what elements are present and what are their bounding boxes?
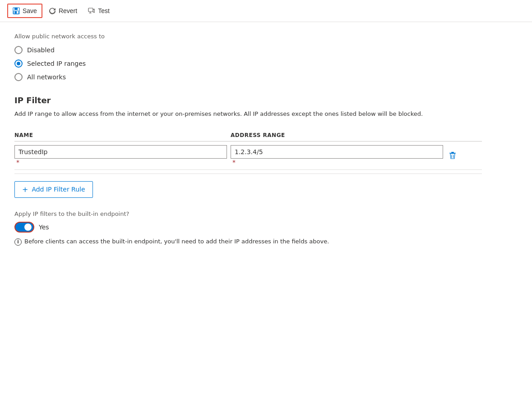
svg-rect-1 xyxy=(14,8,18,10)
radio-all-networks-label: All networks xyxy=(27,73,66,81)
trash-icon xyxy=(449,151,457,160)
svg-rect-4 xyxy=(88,8,93,12)
svg-rect-3 xyxy=(15,11,17,14)
svg-rect-6 xyxy=(449,153,456,154)
table-cell-name: * xyxy=(14,141,231,169)
radio-selected-ip[interactable] xyxy=(14,59,23,68)
plus-icon: + xyxy=(22,185,28,194)
radio-disabled-label: Disabled xyxy=(27,46,55,54)
main-content: Allow public network access to Disabled … xyxy=(0,22,496,256)
radio-selected-ip-label: Selected IP ranges xyxy=(27,60,86,67)
col-name-header: NAME xyxy=(14,129,231,142)
revert-icon xyxy=(49,7,56,14)
required-star-range: * xyxy=(232,159,236,166)
test-button[interactable]: Test xyxy=(83,5,114,17)
table-cell-range: * xyxy=(231,141,447,169)
save-button[interactable]: Save xyxy=(7,4,42,18)
table-bottom-divider xyxy=(14,174,482,174)
apply-ip-filters-toggle[interactable] xyxy=(14,222,34,233)
radio-item-all-networks[interactable]: All networks xyxy=(14,73,482,81)
ip-filter-title: IP Filter xyxy=(14,96,482,105)
radio-disabled[interactable] xyxy=(14,46,23,54)
table-cell-action xyxy=(447,141,482,169)
toggle-row: Yes xyxy=(14,222,482,233)
filter-table: NAME ADDRESS RANGE * * xyxy=(14,129,482,170)
save-icon xyxy=(13,7,20,14)
network-access-label: Allow public network access to xyxy=(14,33,482,40)
test-label: Test xyxy=(98,7,110,14)
save-label: Save xyxy=(23,7,37,14)
add-rule-label: Add IP Filter Rule xyxy=(32,186,85,193)
revert-label: Revert xyxy=(59,7,77,14)
test-icon xyxy=(88,7,95,14)
info-note-text: Before clients can access the built-in e… xyxy=(24,238,329,245)
add-ip-filter-rule-button[interactable]: + Add IP Filter Rule xyxy=(14,181,93,198)
info-icon: i xyxy=(14,238,22,246)
radio-item-disabled[interactable]: Disabled xyxy=(14,46,482,54)
radio-item-selected-ip[interactable]: Selected IP ranges xyxy=(14,59,482,68)
toggle-thumb xyxy=(24,224,32,231)
apply-ip-filters-label: Apply IP filters to the built-in endpoin… xyxy=(14,210,482,217)
svg-rect-5 xyxy=(451,152,454,153)
info-note: i Before clients can access the built-in… xyxy=(14,238,482,246)
table-row: * * xyxy=(14,141,482,169)
col-action-header xyxy=(447,129,482,142)
required-star-name: * xyxy=(16,159,19,166)
ip-filter-description: Add IP range to allow access from the in… xyxy=(14,110,482,119)
toggle-value-label: Yes xyxy=(39,224,49,231)
apply-ip-filters-section: Apply IP filters to the built-in endpoin… xyxy=(14,210,482,246)
network-access-section: Allow public network access to Disabled … xyxy=(14,33,482,81)
revert-button[interactable]: Revert xyxy=(44,5,82,17)
address-range-input[interactable] xyxy=(231,145,443,159)
network-access-radio-group: Disabled Selected IP ranges All networks xyxy=(14,46,482,81)
toolbar: Save Revert Test xyxy=(0,0,532,22)
radio-all-networks[interactable] xyxy=(14,73,23,81)
ip-filter-section: IP Filter Add IP range to allow access f… xyxy=(14,96,482,198)
delete-row-button[interactable] xyxy=(447,150,458,161)
col-address-range-header: ADDRESS RANGE xyxy=(231,129,447,142)
name-input[interactable] xyxy=(14,145,227,159)
